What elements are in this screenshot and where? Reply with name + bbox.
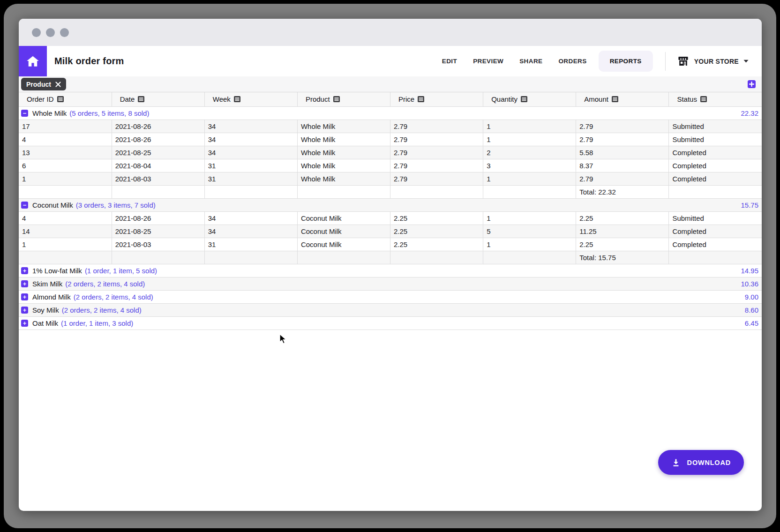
- column-header-product[interactable]: Product: [297, 92, 390, 106]
- cell: 2.25: [390, 238, 483, 251]
- order-row: 12021-08-0331Coconut Milk2.2512.25Comple…: [19, 238, 762, 251]
- cell: [483, 185, 576, 198]
- store-menu-button[interactable]: YOUR STORE: [677, 55, 749, 67]
- nav-item-edit[interactable]: EDIT: [442, 58, 457, 65]
- group-summary: (2 orders, 2 items, 4 sold): [62, 306, 142, 314]
- close-icon[interactable]: [55, 82, 61, 87]
- cell: 1: [483, 211, 576, 225]
- plus-icon: [749, 82, 754, 87]
- order-row: 142021-08-2534Coconut Milk2.25511.25Comp…: [19, 225, 762, 238]
- cell: 2.25: [576, 238, 669, 251]
- column-header-label: Amount: [584, 95, 608, 103]
- column-header-week[interactable]: Week: [204, 92, 297, 106]
- report-table: Order IDDateWeekProductPriceQuantityAmou…: [19, 92, 762, 330]
- group-row-almond-milk[interactable]: +Almond Milk(2 orders, 2 items, 4 sold)9…: [19, 290, 762, 303]
- cell: 17: [19, 120, 112, 133]
- cell: Coconut Milk: [297, 225, 390, 238]
- cell: [483, 251, 576, 264]
- order-row: 42021-08-2634Coconut Milk2.2512.25Submit…: [19, 211, 762, 225]
- cell: Completed: [669, 225, 762, 238]
- expand-icon[interactable]: +: [21, 320, 28, 327]
- column-header-label: Price: [398, 95, 414, 103]
- column-header-status[interactable]: Status: [669, 92, 762, 106]
- group-row-skim-milk[interactable]: +Skim Milk(2 orders, 2 items, 4 sold)10.…: [19, 277, 762, 290]
- column-header-quantity[interactable]: Quantity: [483, 92, 576, 106]
- add-filter-button[interactable]: [748, 80, 756, 88]
- cell: 1: [483, 172, 576, 185]
- cell: 3: [483, 159, 576, 172]
- cell: Coconut Milk: [297, 211, 390, 225]
- order-row: 62021-08-0431Whole Milk2.7938.37Complete…: [19, 159, 762, 172]
- group-row-whole-milk[interactable]: −Whole Milk(5 orders, 5 items, 8 sold)22…: [19, 106, 762, 120]
- storefront-icon: [677, 55, 690, 67]
- expand-icon[interactable]: +: [21, 293, 28, 300]
- cell: [112, 185, 204, 198]
- cell: 34: [204, 146, 297, 159]
- download-button[interactable]: DOWNLOAD: [658, 450, 744, 475]
- column-header-amount[interactable]: Amount: [576, 92, 669, 106]
- group-name: Coconut Milk: [32, 201, 73, 209]
- group-total-label: Total: 22.32: [576, 185, 669, 198]
- column-header-label: Quantity: [491, 95, 518, 103]
- cell: 2.79: [390, 172, 483, 185]
- window-control-dot: [32, 28, 41, 37]
- window-control-dot: [46, 28, 55, 37]
- group-name: Whole Milk: [32, 109, 67, 117]
- group-total-amount: 10.36: [741, 280, 759, 288]
- cell: 2.79: [390, 120, 483, 133]
- group-name: Skim Milk: [32, 280, 62, 288]
- window-titlebar: [19, 19, 762, 46]
- expand-icon[interactable]: +: [21, 267, 28, 274]
- cell: 34: [204, 225, 297, 238]
- cell: 2.79: [576, 172, 669, 185]
- filter-icon: [418, 96, 424, 102]
- cell: 2021-08-26: [112, 211, 204, 225]
- group-row-soy-milk[interactable]: +Soy Milk(2 orders, 2 items, 4 sold)8.60: [19, 303, 762, 316]
- group-name: Almond Milk: [32, 293, 71, 301]
- home-button[interactable]: [19, 46, 47, 76]
- group-row-coconut-milk[interactable]: −Coconut Milk(3 orders, 3 items, 7 sold)…: [19, 198, 762, 211]
- cell: Submitted: [669, 211, 762, 225]
- collapse-icon[interactable]: −: [21, 202, 28, 209]
- nav-item-share[interactable]: SHARE: [519, 58, 542, 65]
- cell: 2.79: [390, 146, 483, 159]
- cell: [19, 251, 112, 264]
- order-row: 12021-08-0331Whole Milk2.7912.79Complete…: [19, 172, 762, 185]
- column-header-label: Status: [677, 95, 697, 103]
- cell: Whole Milk: [297, 172, 390, 185]
- expand-icon[interactable]: +: [21, 280, 28, 287]
- cell: 2.25: [390, 211, 483, 225]
- group-row-1-low-fat-milk[interactable]: +1% Low-fat Milk(1 order, 1 item, 5 sold…: [19, 264, 762, 277]
- cell: [297, 251, 390, 264]
- order-row: 42021-08-2634Whole Milk2.7912.79Submitte…: [19, 133, 762, 146]
- cell: [19, 185, 112, 198]
- column-header-date[interactable]: Date: [112, 92, 204, 106]
- cell: Submitted: [669, 133, 762, 146]
- column-header-label: Date: [120, 95, 135, 103]
- product-filter-chip[interactable]: Product: [21, 78, 66, 90]
- cell: Submitted: [669, 120, 762, 133]
- cell: 1: [19, 238, 112, 251]
- cell: 1: [483, 238, 576, 251]
- cell: Whole Milk: [297, 159, 390, 172]
- cell: Whole Milk: [297, 146, 390, 159]
- collapse-icon[interactable]: −: [21, 110, 28, 117]
- group-row-oat-milk[interactable]: +Oat Milk(1 order, 1 item, 3 sold)6.45: [19, 316, 762, 330]
- nav-item-preview[interactable]: PREVIEW: [473, 58, 503, 65]
- cell: 31: [204, 159, 297, 172]
- group-total-amount: 6.45: [745, 319, 759, 327]
- cell: Coconut Milk: [297, 238, 390, 251]
- filter-icon: [234, 96, 240, 102]
- nav-item-reports[interactable]: REPORTS: [599, 51, 653, 72]
- group-total-row: Total: 15.75: [19, 251, 762, 264]
- cell: 14: [19, 225, 112, 238]
- nav-item-orders[interactable]: ORDERS: [558, 58, 586, 65]
- expand-icon[interactable]: +: [21, 307, 28, 314]
- cell: [390, 251, 483, 264]
- cell: 2021-08-26: [112, 133, 204, 146]
- chip-label: Product: [26, 81, 51, 88]
- cell: [112, 251, 204, 264]
- download-button-label: DOWNLOAD: [687, 459, 731, 466]
- column-header-price[interactable]: Price: [390, 92, 483, 106]
- column-header-order-id[interactable]: Order ID: [19, 92, 112, 106]
